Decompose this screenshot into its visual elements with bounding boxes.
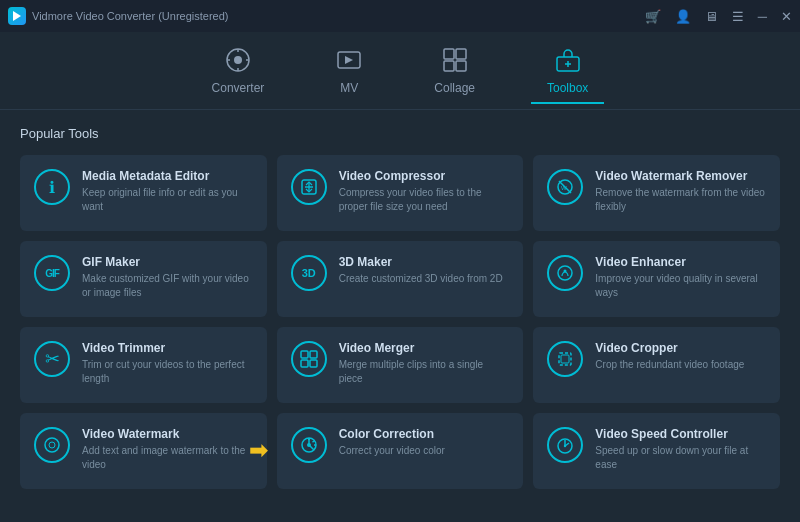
collage-label: Collage	[434, 81, 475, 95]
svg-point-35	[564, 445, 566, 447]
tool-video-trimmer[interactable]: ✂ Video Trimmer Trim or cut your videos …	[20, 327, 267, 403]
svg-rect-26	[561, 355, 569, 363]
tool-desc: Add text and image watermark to the vide…	[82, 444, 253, 472]
tool-name: Video Speed Controller	[595, 427, 766, 441]
tool-color-correction[interactable]: ➡ Color Correction Correct your video co…	[277, 413, 524, 489]
tool-desc: Speed up or slow down your file at ease	[595, 444, 766, 472]
svg-point-20	[564, 270, 567, 273]
video-enhancer-icon	[547, 255, 583, 291]
app-title: Vidmore Video Converter (Unregistered)	[32, 10, 228, 22]
tool-desc: Crop the redundant video footage	[595, 358, 744, 372]
tool-name: Video Cropper	[595, 341, 744, 355]
nav-bar: Converter MV Collage	[0, 32, 800, 110]
svg-marker-0	[13, 11, 21, 21]
tool-video-compressor[interactable]: Video Compressor Compress your video fil…	[277, 155, 524, 231]
tool-video-merger[interactable]: Video Merger Merge multiple clips into a…	[277, 327, 524, 403]
tool-gif-maker[interactable]: GIF GIF Maker Make customized GIF with y…	[20, 241, 267, 317]
svg-point-2	[234, 56, 242, 64]
tab-converter[interactable]: Converter	[196, 39, 281, 103]
video-compressor-icon	[291, 169, 327, 205]
video-watermark-icon	[34, 427, 70, 463]
toolbox-icon	[555, 47, 581, 77]
arrow-indicator: ➡	[249, 438, 267, 464]
tool-desc: Correct your video color	[339, 444, 445, 458]
tool-name: Video Trimmer	[82, 341, 253, 355]
tool-desc: Compress your video files to the proper …	[339, 186, 510, 214]
app-logo	[8, 7, 26, 25]
tool-name: 3D Maker	[339, 255, 503, 269]
tool-media-metadata-editor[interactable]: ℹ Media Metadata Editor Keep original fi…	[20, 155, 267, 231]
tool-name: GIF Maker	[82, 255, 253, 269]
tab-toolbox[interactable]: Toolbox	[531, 39, 604, 103]
color-correction-icon	[291, 427, 327, 463]
svg-rect-10	[444, 61, 454, 71]
converter-icon	[225, 47, 251, 77]
tool-desc: Merge multiple clips into a single piece	[339, 358, 510, 386]
svg-point-27	[45, 438, 59, 452]
tool-video-speed-controller[interactable]: Video Speed Controller Speed up or slow …	[533, 413, 780, 489]
tool-3d-maker[interactable]: 3D 3D Maker Create customized 3D video f…	[277, 241, 524, 317]
tool-name: Video Compressor	[339, 169, 510, 183]
svg-rect-11	[456, 61, 466, 71]
title-bar: Vidmore Video Converter (Unregistered) 🛒…	[0, 0, 800, 32]
close-icon[interactable]: ✕	[781, 9, 792, 24]
tool-name: Video Enhancer	[595, 255, 766, 269]
svg-point-19	[558, 266, 572, 280]
section-title: Popular Tools	[20, 126, 780, 141]
tool-video-watermark-remover[interactable]: W Video Watermark Remover Remove the wat…	[533, 155, 780, 231]
svg-line-32	[312, 441, 314, 442]
video-cropper-icon	[547, 341, 583, 377]
tool-desc: Improve your video quality in several wa…	[595, 272, 766, 300]
tool-name: Color Correction	[339, 427, 445, 441]
svg-rect-23	[301, 360, 308, 367]
user-icon[interactable]: 👤	[675, 9, 691, 24]
svg-rect-21	[301, 351, 308, 358]
svg-point-28	[49, 442, 55, 448]
mv-icon	[336, 47, 362, 77]
tool-desc: Trim or cut your videos to the perfect l…	[82, 358, 253, 386]
main-content: Popular Tools ℹ Media Metadata Editor Ke…	[0, 110, 800, 522]
tool-video-watermark[interactable]: Video Watermark Add text and image water…	[20, 413, 267, 489]
gif-maker-icon: GIF	[34, 255, 70, 291]
tool-video-enhancer[interactable]: Video Enhancer Improve your video qualit…	[533, 241, 780, 317]
collage-icon	[442, 47, 468, 77]
svg-point-30	[307, 443, 311, 447]
video-speed-controller-icon	[547, 427, 583, 463]
tab-mv[interactable]: MV	[320, 39, 378, 103]
menu-icon[interactable]: ☰	[732, 9, 744, 24]
media-metadata-editor-icon: ℹ	[34, 169, 70, 205]
video-trimmer-icon: ✂	[34, 341, 70, 377]
svg-rect-9	[456, 49, 466, 59]
tool-name: Media Metadata Editor	[82, 169, 253, 183]
title-bar-controls: 🛒 👤 🖥 ☰ ─ ✕	[645, 9, 792, 24]
svg-rect-8	[444, 49, 454, 59]
video-watermark-remover-icon: W	[547, 169, 583, 205]
tool-name: Video Watermark	[82, 427, 253, 441]
title-bar-left: Vidmore Video Converter (Unregistered)	[8, 7, 228, 25]
tool-desc: Keep original file info or edit as you w…	[82, 186, 253, 214]
svg-rect-24	[310, 360, 317, 367]
converter-label: Converter	[212, 81, 265, 95]
tool-desc: Create customized 3D video from 2D	[339, 272, 503, 286]
svg-text:W: W	[561, 185, 567, 191]
3d-maker-icon: 3D	[291, 255, 327, 291]
tool-name: Video Merger	[339, 341, 510, 355]
mv-label: MV	[340, 81, 358, 95]
cart-icon[interactable]: 🛒	[645, 9, 661, 24]
tools-grid: ℹ Media Metadata Editor Keep original fi…	[20, 155, 780, 489]
tool-desc: Make customized GIF with your video or i…	[82, 272, 253, 300]
minimize-icon[interactable]: ─	[758, 9, 767, 24]
tool-name: Video Watermark Remover	[595, 169, 766, 183]
screen-icon[interactable]: 🖥	[705, 9, 718, 24]
video-merger-icon	[291, 341, 327, 377]
svg-rect-22	[310, 351, 317, 358]
tool-desc: Remove the watermark from the video flex…	[595, 186, 766, 214]
tool-video-cropper[interactable]: Video Cropper Crop the redundant video f…	[533, 327, 780, 403]
tab-collage[interactable]: Collage	[418, 39, 491, 103]
toolbox-label: Toolbox	[547, 81, 588, 95]
